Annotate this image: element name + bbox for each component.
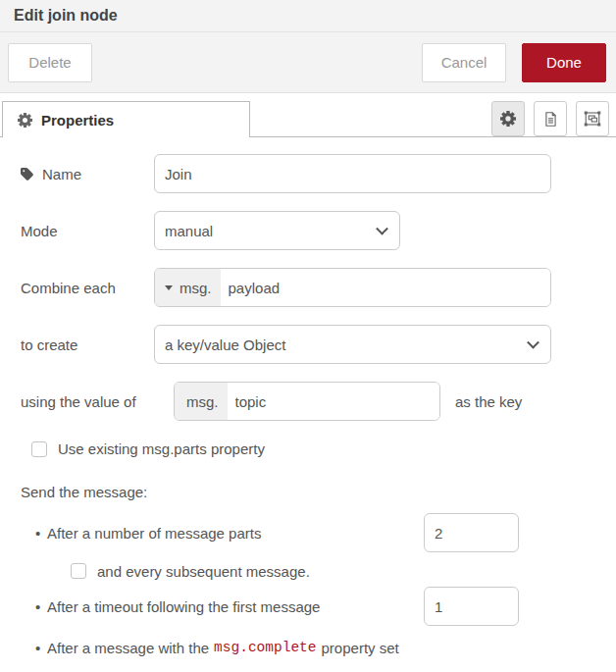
- appearance-tab-button[interactable]: [576, 101, 609, 136]
- use-parts-label: Use existing msg.parts property: [58, 440, 265, 457]
- combine-label: Combine each: [21, 280, 154, 296]
- key-row: using the value of msg. as the key: [21, 382, 616, 421]
- edit-join-node-dialog: Edit join node Delete Cancel Done: [0, 0, 616, 662]
- name-input[interactable]: [154, 154, 551, 193]
- bullet: •: [35, 525, 47, 542]
- combine-property-input[interactable]: [221, 269, 550, 306]
- tag-icon: [21, 167, 35, 181]
- to-create-select[interactable]: a key/value Object: [154, 325, 551, 364]
- subsequent-row: and every subsequent message.: [71, 561, 616, 581]
- to-create-select-wrap: a key/value Object: [154, 325, 551, 364]
- complete-text-after: property set: [322, 640, 399, 656]
- tab-properties-label: Properties: [41, 112, 114, 129]
- msg-prefix-label: msg.: [175, 383, 228, 420]
- name-row: Name: [21, 154, 616, 193]
- key-typed-input: msg.: [174, 382, 440, 421]
- mode-select-wrap: manual: [154, 211, 400, 250]
- mode-label: Mode: [21, 223, 154, 239]
- tab-buttons: [491, 101, 609, 136]
- subsequent-label: and every subsequent message.: [97, 563, 310, 580]
- bullet: •: [35, 640, 47, 656]
- complete-row: • After a message with the msg.complete …: [35, 633, 616, 662]
- properties-tab-button[interactable]: [491, 101, 525, 136]
- count-input[interactable]: [424, 513, 519, 552]
- complete-code: msg.complete: [209, 640, 321, 655]
- property-type-button[interactable]: msg.: [155, 269, 221, 306]
- key-label: using the value of: [21, 393, 174, 410]
- tab-properties[interactable]: Properties: [2, 101, 250, 137]
- count-label: After a number of message parts: [47, 525, 424, 542]
- tab-bar: Properties: [0, 93, 616, 137]
- dialog-title: Edit join node: [14, 7, 118, 25]
- key-property-input[interactable]: [228, 383, 439, 420]
- mode-row: Mode manual: [21, 211, 616, 250]
- to-create-label-text: to create: [21, 336, 77, 353]
- name-label-text: Name: [42, 166, 81, 182]
- to-create-row: to create a key/value Object: [21, 325, 616, 364]
- complete-text-before: After a message with the: [47, 640, 209, 656]
- msg-prefix-label: msg.: [180, 280, 212, 296]
- use-parts-row: Use existing msg.parts property: [31, 440, 616, 457]
- timeout-input[interactable]: [424, 587, 519, 626]
- dialog-header: Edit join node: [0, 0, 616, 32]
- combine-row: Combine each msg.: [21, 268, 616, 307]
- to-create-label: to create: [21, 336, 154, 353]
- timeout-label: After a timeout following the first mess…: [47, 598, 424, 615]
- timeout-row: • After a timeout following the first me…: [35, 587, 616, 626]
- dialog-toolbar: Delete Cancel Done: [0, 32, 616, 93]
- caret-down-icon: [165, 285, 173, 290]
- delete-button[interactable]: Delete: [8, 43, 92, 82]
- combine-label-text: Combine each: [21, 280, 116, 296]
- done-button[interactable]: Done: [522, 43, 606, 82]
- mode-label-text: Mode: [21, 223, 58, 239]
- key-suffix-text: as the key: [455, 393, 522, 410]
- cancel-button[interactable]: Cancel: [422, 43, 506, 82]
- mode-select[interactable]: manual: [154, 211, 400, 250]
- name-label: Name: [21, 166, 154, 182]
- object-group-icon: [584, 110, 601, 128]
- gear-icon: [18, 113, 32, 128]
- subsequent-checkbox[interactable]: [71, 563, 86, 579]
- bullet: •: [35, 598, 47, 615]
- key-label-text: using the value of: [21, 393, 136, 410]
- combine-typed-input: msg.: [154, 268, 551, 307]
- gear-icon: [500, 111, 516, 127]
- document-icon: [542, 111, 559, 128]
- use-parts-checkbox[interactable]: [31, 441, 47, 457]
- send-heading: Send the message:: [21, 484, 616, 500]
- properties-panel: Name Mode manual Combine each msg.: [0, 137, 616, 662]
- description-tab-button[interactable]: [534, 101, 567, 136]
- count-row: • After a number of message parts: [35, 513, 616, 552]
